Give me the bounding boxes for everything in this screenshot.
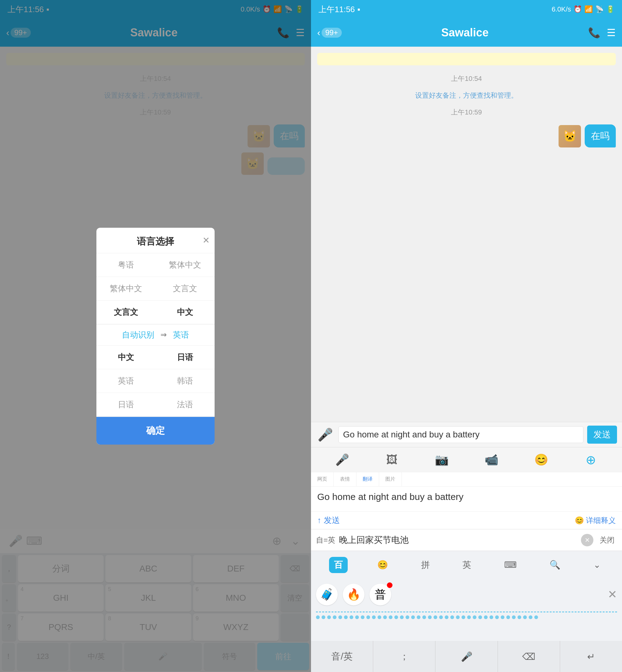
lang-classical[interactable]: 文言文	[156, 277, 215, 301]
lang-ko[interactable]: 韩语	[156, 369, 215, 393]
right-alarm-icon: ⏰	[574, 5, 582, 13]
dialog-close-button[interactable]: ✕	[203, 235, 210, 245]
emoji-sticker-btn[interactable]: 🧳	[316, 584, 338, 605]
dot-34	[501, 615, 505, 619]
dot-16	[400, 615, 404, 619]
right-sent-row: 在吗 🐱	[317, 125, 616, 147]
right-kb-en-btn[interactable]: 英	[457, 557, 476, 573]
right-mic-btn[interactable]: 🎤	[316, 425, 335, 444]
right-status-right: 6.0K/s ⏰ 📶 📡 🔋	[552, 5, 615, 13]
lang-cantonese[interactable]: 粤语	[96, 253, 156, 277]
source-clear-btn[interactable]: ✕	[581, 534, 593, 546]
dot-26	[456, 615, 460, 619]
right-bottom-yingwen[interactable]: 音/英	[311, 641, 373, 672]
dot-8	[355, 615, 359, 619]
dialog-confirm-button[interactable]: 确定	[96, 417, 215, 445]
right-mic-icon[interactable]: 🎤	[333, 450, 351, 469]
right-input-field[interactable]: Go home at night and buy a battery	[338, 426, 583, 443]
translate-detail-label: 详细释义	[586, 515, 616, 526]
right-translate-tabs: 网页 表情 翻译 图片	[311, 472, 622, 486]
right-kb-emoji-btn[interactable]: 😊	[372, 557, 393, 572]
right-back-arrow-icon: ‹	[317, 27, 320, 38]
right-kb-handwrite-btn[interactable]: ⌨	[499, 557, 522, 572]
right-bottom-semicolon[interactable]: ；	[373, 641, 436, 672]
dot-32	[489, 615, 493, 619]
right-kb-collapse-btn[interactable]: ⌄	[588, 557, 606, 572]
right-back-button[interactable]: ‹ 99+	[317, 27, 342, 38]
dot-36	[512, 615, 516, 619]
dot-40	[534, 615, 538, 619]
lang-classical-2[interactable]: 文言文	[96, 301, 156, 324]
right-time: 上午11:56	[318, 4, 355, 15]
emoji-fire-btn[interactable]: 🔥	[343, 584, 365, 605]
right-menu-icon[interactable]: ☰	[607, 27, 616, 39]
right-system-msg: 设置好友备注，方便查找和管理。	[317, 91, 616, 100]
tab-translate[interactable]: 翻译	[356, 472, 379, 486]
emoji-dots-row	[316, 612, 617, 619]
dialog-direction-arrow: ⇒	[161, 330, 167, 339]
lang-ja-2[interactable]: 日语	[96, 393, 156, 416]
lang-trad-zh-2[interactable]: 繁体中文	[96, 277, 156, 301]
lang-zh[interactable]: 中文	[156, 301, 215, 324]
tab-webpage[interactable]: 网页	[311, 472, 334, 486]
dot-18	[411, 615, 415, 619]
emoji-common-btn[interactable]: 普	[370, 584, 391, 605]
right-input-area: 🎤 Go home at night and buy a battery 发送	[311, 422, 622, 447]
right-video-icon[interactable]: 📹	[482, 450, 501, 469]
source-close-btn[interactable]: 关闭	[597, 534, 617, 546]
dot-5	[338, 615, 342, 619]
dot-23	[439, 615, 443, 619]
left-panel: 上午11:56 ▪ 0.0K/s ⏰ 📶 📡 🔋 ‹ 99+ Sawalice …	[0, 0, 311, 672]
right-chat-title: Sawalice	[342, 26, 588, 39]
right-source-row: 自=英 晚上回家买节电池 ✕ 关闭	[311, 529, 622, 551]
right-sent-bubble: 在吗	[585, 125, 616, 147]
right-camera-icon[interactable]: 📷	[432, 450, 451, 469]
dot-4	[333, 615, 337, 619]
dot-21	[428, 615, 432, 619]
right-bottom-delete[interactable]: ⌫	[498, 641, 560, 672]
left-overlay: 语言选择 ✕ 粤语 繁体中文 繁体中文 文言文 文言文 中文 自动识别 ⇒ 英语…	[0, 0, 311, 672]
dot-13	[383, 615, 387, 619]
dot-33	[495, 615, 499, 619]
lang-ja[interactable]: 日语	[156, 346, 215, 369]
source-text: 晚上回家买节电池	[339, 534, 577, 546]
emoji-close-btn[interactable]: ✕	[608, 588, 617, 601]
lang-en-2[interactable]: 英语	[96, 369, 156, 393]
dot-9	[361, 615, 365, 619]
right-nav-icons: 📞 ☰	[588, 27, 616, 39]
dot-10	[366, 615, 370, 619]
translate-detail-btn[interactable]: 😊 详细释义	[575, 515, 616, 526]
dot-25	[450, 615, 454, 619]
lang-trad-zh-1[interactable]: 繁体中文	[156, 253, 215, 277]
right-translate-content: Go home at night and buy a battery ↑ 发送 …	[311, 486, 622, 529]
right-panel: 上午11:56 ▪ 6.0K/s ⏰ 📶 📡 🔋 ‹ 99+ Sawalice …	[311, 0, 622, 672]
right-bottom-mic[interactable]: 🎤	[436, 641, 497, 672]
right-emoji-icon[interactable]: 😊	[532, 450, 550, 469]
right-kb-search-btn[interactable]: 🔍	[545, 557, 565, 572]
right-wifi-icon: 📡	[595, 5, 603, 13]
lang-fr[interactable]: 法语	[156, 393, 215, 416]
dot-35	[506, 615, 510, 619]
translate-send-btn[interactable]: ↑ 发送	[317, 515, 340, 526]
right-image-icon[interactable]: 🖼	[383, 450, 401, 469]
source-label: 自=英	[316, 535, 335, 545]
dot-1	[316, 615, 320, 619]
right-chat-area: 上午10:54 设置好友备注，方便查找和管理。 上午10:59 在吗 🐱	[311, 47, 622, 422]
right-send-button[interactable]: 发送	[587, 426, 617, 444]
emoji-top-row: 🧳 🔥 普 ✕	[316, 584, 617, 609]
tab-emoji[interactable]: 表情	[334, 472, 356, 486]
translate-smiley-icon: 😊	[575, 516, 584, 525]
lang-english[interactable]: 英语	[173, 330, 189, 340]
right-bottom-enter[interactable]: ↵	[560, 641, 622, 672]
lang-auto[interactable]: 自动识别	[122, 330, 154, 340]
normal-icon: 普	[375, 587, 386, 602]
right-add-icon[interactable]: ⊕	[582, 450, 600, 469]
right-call-icon[interactable]: 📞	[588, 27, 600, 39]
right-kb-pinyin-btn[interactable]: 拼	[416, 557, 435, 573]
lang-zh-2[interactable]: 中文	[96, 346, 156, 369]
translate-result-text: Go home at night and buy a battery	[311, 486, 622, 511]
dot-24	[445, 615, 448, 619]
dot-15	[394, 615, 398, 619]
tab-image[interactable]: 图片	[379, 472, 402, 486]
dialog-grid-2: 中文 日语 英语 韩语 日语 法语	[96, 346, 215, 417]
